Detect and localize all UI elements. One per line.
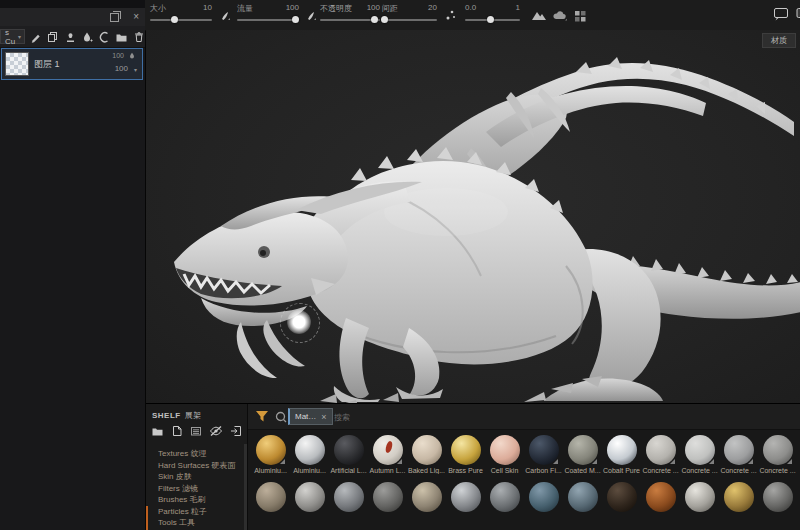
material-sphere[interactable] bbox=[607, 482, 637, 512]
shelf-scrollbar[interactable] bbox=[244, 444, 247, 530]
material-item[interactable]: Concrete ... bbox=[719, 435, 758, 474]
chevron-down-icon[interactable]: ▾ bbox=[134, 66, 137, 73]
material-sphere[interactable] bbox=[334, 482, 364, 512]
float-window-icon[interactable] bbox=[110, 13, 119, 22]
material-item[interactable]: Aluminiu... bbox=[251, 435, 290, 474]
eye-off-icon[interactable] bbox=[209, 425, 223, 437]
panel-edge-icon[interactable] bbox=[795, 6, 800, 22]
slider-handle[interactable] bbox=[371, 16, 378, 23]
slider-track[interactable] bbox=[237, 19, 299, 21]
shelf-category[interactable]: Brushes 毛刷 bbox=[158, 494, 243, 506]
material-sphere[interactable] bbox=[685, 482, 715, 512]
brush-cursor[interactable] bbox=[287, 310, 311, 334]
stamp-icon[interactable] bbox=[64, 31, 76, 43]
material-item[interactable] bbox=[524, 482, 563, 512]
layer-thumbnail[interactable] bbox=[5, 52, 29, 76]
material-item[interactable]: Cell Skin bbox=[485, 435, 524, 474]
material-item[interactable] bbox=[563, 482, 602, 512]
material-item[interactable] bbox=[485, 482, 524, 512]
slider-track[interactable] bbox=[465, 19, 520, 21]
layer-opacity-top[interactable]: 100 bbox=[112, 52, 124, 59]
slider-track[interactable] bbox=[150, 19, 212, 21]
curve-icon[interactable] bbox=[98, 31, 110, 43]
view-mode-chip[interactable]: 材质 bbox=[762, 33, 796, 48]
material-item[interactable]: Aluminiu... bbox=[290, 435, 329, 474]
material-item[interactable]: Brass Pure bbox=[446, 435, 485, 474]
search-icon[interactable] bbox=[275, 411, 287, 423]
mountain-icon[interactable] bbox=[531, 8, 547, 24]
fill-drop-icon[interactable] bbox=[81, 31, 93, 43]
material-item[interactable] bbox=[758, 482, 797, 512]
material-item[interactable] bbox=[719, 482, 758, 512]
material-item[interactable]: Concrete ... bbox=[680, 435, 719, 474]
display-icon[interactable] bbox=[773, 6, 789, 22]
material-item[interactable] bbox=[641, 482, 680, 512]
close-icon[interactable]: × bbox=[133, 11, 139, 23]
3d-viewport[interactable]: 材质 bbox=[146, 30, 800, 403]
material-sphere[interactable] bbox=[256, 435, 286, 465]
material-sphere[interactable] bbox=[607, 435, 637, 465]
material-sphere[interactable] bbox=[529, 482, 559, 512]
dragon-model[interactable] bbox=[146, 30, 800, 403]
flow-slider[interactable]: 流量100 bbox=[237, 0, 299, 30]
funnel-icon[interactable] bbox=[255, 410, 269, 423]
material-sphere[interactable] bbox=[646, 435, 676, 465]
material-item[interactable]: Carbon Fi... bbox=[524, 435, 563, 474]
material-sphere[interactable] bbox=[568, 435, 598, 465]
material-item[interactable]: Concrete ... bbox=[758, 435, 797, 474]
material-sphere[interactable] bbox=[412, 435, 442, 465]
blend-mode-dropdown[interactable]: s Cu ▾ bbox=[0, 29, 25, 44]
material-item[interactable] bbox=[446, 482, 485, 512]
size-slider[interactable]: 大小10 bbox=[150, 0, 212, 30]
brush-falloff-icon[interactable] bbox=[217, 8, 233, 24]
material-sphere[interactable] bbox=[646, 482, 676, 512]
search-placeholder[interactable]: 搜索 bbox=[334, 412, 350, 423]
material-item[interactable]: Coated M... bbox=[563, 435, 602, 474]
stack-icon[interactable] bbox=[190, 425, 202, 437]
slider-handle[interactable] bbox=[171, 16, 178, 23]
folder-icon[interactable] bbox=[151, 425, 164, 437]
shelf-category[interactable]: Textures 纹理 bbox=[158, 448, 243, 460]
layer-row[interactable]: 图层 1 100 100 ▾ bbox=[1, 48, 143, 80]
spacing-slider[interactable]: 间距20 bbox=[382, 0, 437, 30]
material-sphere[interactable] bbox=[451, 435, 481, 465]
brush-falloff-icon[interactable] bbox=[303, 8, 319, 24]
cloud-icon[interactable] bbox=[552, 8, 568, 24]
material-sphere[interactable] bbox=[724, 482, 754, 512]
material-sphere[interactable] bbox=[490, 435, 520, 465]
material-sphere[interactable] bbox=[568, 482, 598, 512]
chip-close-icon[interactable]: × bbox=[321, 412, 326, 422]
material-sphere[interactable] bbox=[763, 435, 793, 465]
shelf-category[interactable]: Particles 粒子 bbox=[158, 506, 243, 518]
material-sphere[interactable] bbox=[373, 435, 403, 465]
slider-handle[interactable] bbox=[381, 16, 388, 23]
material-sphere[interactable] bbox=[373, 482, 403, 512]
material-sphere[interactable] bbox=[490, 482, 520, 512]
material-sphere[interactable] bbox=[724, 435, 754, 465]
range-slider[interactable]: 0.01 bbox=[465, 0, 520, 30]
scatter-icon[interactable] bbox=[443, 8, 459, 24]
material-item[interactable] bbox=[329, 482, 368, 512]
material-sphere[interactable] bbox=[295, 482, 325, 512]
layer-opacity-bottom[interactable]: 100 bbox=[115, 64, 128, 73]
material-item[interactable]: Autumn L... bbox=[368, 435, 407, 474]
copy-layer-icon[interactable] bbox=[47, 31, 59, 43]
grid-icon[interactable] bbox=[573, 8, 589, 24]
material-sphere[interactable] bbox=[295, 435, 325, 465]
slider-handle[interactable] bbox=[487, 16, 494, 23]
pen-icon[interactable] bbox=[30, 31, 42, 43]
import-icon[interactable] bbox=[230, 425, 242, 437]
shelf-category[interactable]: Skin 皮肤 bbox=[158, 471, 243, 483]
material-item[interactable]: Artificial L... bbox=[329, 435, 368, 474]
slider-track[interactable] bbox=[382, 19, 437, 21]
material-sphere[interactable] bbox=[451, 482, 481, 512]
filter-chip[interactable]: Mat… × bbox=[288, 408, 333, 425]
material-sphere[interactable] bbox=[685, 435, 715, 465]
material-sphere[interactable] bbox=[412, 482, 442, 512]
shelf-category[interactable]: Hard Surfaces 硬表面 bbox=[158, 460, 243, 472]
material-sphere[interactable] bbox=[763, 482, 793, 512]
material-item[interactable] bbox=[290, 482, 329, 512]
trash-icon[interactable] bbox=[133, 31, 145, 43]
material-item[interactable]: Baked Lig... bbox=[407, 435, 446, 474]
opacity-slider[interactable]: 不透明度100 bbox=[320, 0, 380, 30]
